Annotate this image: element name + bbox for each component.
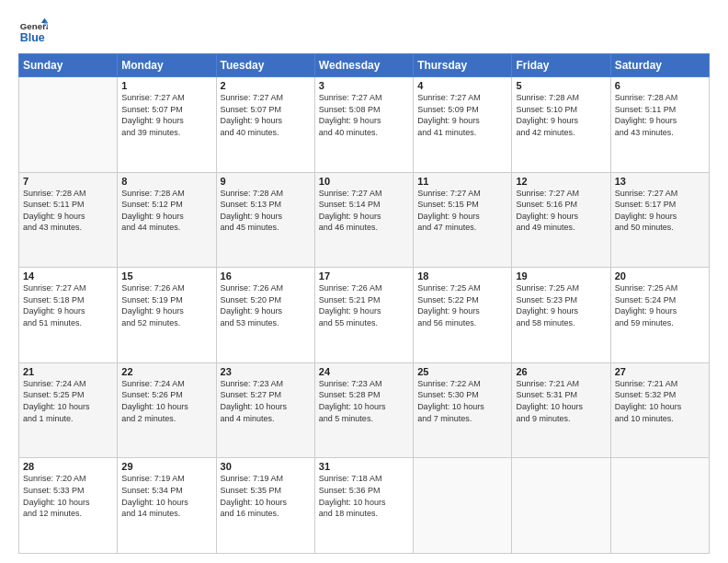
weekday-header-saturday: Saturday bbox=[610, 54, 709, 77]
day-number: 25 bbox=[417, 366, 507, 377]
calendar-cell: 10Sunrise: 7:27 AM Sunset: 5:14 PM Dayli… bbox=[314, 172, 413, 268]
day-number: 9 bbox=[221, 176, 311, 187]
calendar-cell: 24Sunrise: 7:23 AM Sunset: 5:28 PM Dayli… bbox=[314, 362, 413, 458]
day-number: 23 bbox=[221, 366, 311, 377]
day-number: 12 bbox=[516, 176, 606, 187]
calendar-cell: 31Sunrise: 7:18 AM Sunset: 5:36 PM Dayli… bbox=[314, 458, 413, 554]
calendar-cell: 22Sunrise: 7:24 AM Sunset: 5:26 PM Dayli… bbox=[118, 362, 216, 458]
calendar-week-row: 21Sunrise: 7:24 AM Sunset: 5:25 PM Dayli… bbox=[19, 362, 710, 458]
day-number: 21 bbox=[23, 366, 113, 377]
calendar-cell: 29Sunrise: 7:19 AM Sunset: 5:34 PM Dayli… bbox=[118, 458, 216, 554]
calendar-cell: 20Sunrise: 7:25 AM Sunset: 5:24 PM Dayli… bbox=[610, 268, 709, 363]
day-number: 8 bbox=[121, 176, 211, 187]
calendar-cell: 5Sunrise: 7:28 AM Sunset: 5:10 PM Daylig… bbox=[512, 77, 610, 173]
svg-text:Blue: Blue bbox=[20, 31, 45, 44]
day-info: Sunrise: 7:28 AM Sunset: 5:11 PM Dayligh… bbox=[615, 92, 705, 138]
logo-icon: General Blue bbox=[18, 17, 48, 46]
day-number: 16 bbox=[221, 270, 311, 282]
day-info: Sunrise: 7:27 AM Sunset: 5:14 PM Dayligh… bbox=[319, 188, 409, 234]
weekday-header-thursday: Thursday bbox=[414, 54, 512, 77]
calendar-cell: 17Sunrise: 7:26 AM Sunset: 5:21 PM Dayli… bbox=[314, 268, 413, 363]
calendar-cell: 25Sunrise: 7:22 AM Sunset: 5:30 PM Dayli… bbox=[414, 362, 512, 458]
day-info: Sunrise: 7:28 AM Sunset: 5:12 PM Dayligh… bbox=[121, 188, 211, 234]
weekday-header-row: SundayMondayTuesdayWednesdayThursdayFrid… bbox=[19, 54, 710, 77]
day-number: 24 bbox=[319, 366, 409, 377]
day-info: Sunrise: 7:25 AM Sunset: 5:23 PM Dayligh… bbox=[516, 282, 606, 328]
calendar-week-row: 28Sunrise: 7:20 AM Sunset: 5:33 PM Dayli… bbox=[19, 458, 710, 554]
calendar-cell: 6Sunrise: 7:28 AM Sunset: 5:11 PM Daylig… bbox=[610, 77, 709, 173]
day-number: 11 bbox=[417, 176, 507, 187]
weekday-header-friday: Friday bbox=[512, 54, 610, 77]
page: General Blue SundayMondayTuesdayWednesda… bbox=[0, 0, 728, 563]
calendar-cell: 27Sunrise: 7:21 AM Sunset: 5:32 PM Dayli… bbox=[610, 362, 709, 458]
day-number: 14 bbox=[23, 270, 113, 282]
day-info: Sunrise: 7:26 AM Sunset: 5:21 PM Dayligh… bbox=[319, 282, 409, 328]
day-info: Sunrise: 7:27 AM Sunset: 5:08 PM Dayligh… bbox=[319, 92, 409, 138]
calendar-cell: 30Sunrise: 7:19 AM Sunset: 5:35 PM Dayli… bbox=[216, 458, 314, 554]
weekday-header-tuesday: Tuesday bbox=[216, 54, 314, 77]
day-info: Sunrise: 7:23 AM Sunset: 5:28 PM Dayligh… bbox=[319, 378, 409, 424]
day-info: Sunrise: 7:23 AM Sunset: 5:27 PM Dayligh… bbox=[221, 378, 311, 424]
day-info: Sunrise: 7:21 AM Sunset: 5:32 PM Dayligh… bbox=[615, 378, 705, 424]
calendar-cell bbox=[512, 458, 610, 554]
day-info: Sunrise: 7:19 AM Sunset: 5:35 PM Dayligh… bbox=[221, 473, 311, 519]
weekday-header-monday: Monday bbox=[118, 54, 216, 77]
day-info: Sunrise: 7:21 AM Sunset: 5:31 PM Dayligh… bbox=[516, 378, 606, 424]
day-number: 30 bbox=[221, 461, 311, 472]
calendar-cell: 9Sunrise: 7:28 AM Sunset: 5:13 PM Daylig… bbox=[216, 172, 314, 268]
day-info: Sunrise: 7:27 AM Sunset: 5:17 PM Dayligh… bbox=[615, 188, 705, 234]
day-number: 18 bbox=[417, 270, 507, 282]
day-info: Sunrise: 7:27 AM Sunset: 5:15 PM Dayligh… bbox=[417, 188, 507, 234]
calendar-cell: 19Sunrise: 7:25 AM Sunset: 5:23 PM Dayli… bbox=[512, 268, 610, 363]
calendar-cell: 11Sunrise: 7:27 AM Sunset: 5:15 PM Dayli… bbox=[414, 172, 512, 268]
day-number: 31 bbox=[319, 461, 409, 472]
day-number: 2 bbox=[221, 80, 311, 91]
calendar-week-row: 7Sunrise: 7:28 AM Sunset: 5:11 PM Daylig… bbox=[19, 172, 710, 268]
day-number: 19 bbox=[516, 270, 606, 282]
calendar-cell: 14Sunrise: 7:27 AM Sunset: 5:18 PM Dayli… bbox=[19, 268, 118, 363]
day-number: 13 bbox=[615, 176, 705, 187]
day-number: 4 bbox=[417, 80, 507, 91]
day-info: Sunrise: 7:27 AM Sunset: 5:07 PM Dayligh… bbox=[121, 92, 211, 138]
day-number: 27 bbox=[615, 366, 705, 377]
calendar-cell: 28Sunrise: 7:20 AM Sunset: 5:33 PM Dayli… bbox=[19, 458, 118, 554]
day-info: Sunrise: 7:27 AM Sunset: 5:18 PM Dayligh… bbox=[23, 282, 113, 328]
calendar-week-row: 14Sunrise: 7:27 AM Sunset: 5:18 PM Dayli… bbox=[19, 268, 710, 363]
calendar-cell: 1Sunrise: 7:27 AM Sunset: 5:07 PM Daylig… bbox=[118, 77, 216, 173]
day-info: Sunrise: 7:24 AM Sunset: 5:25 PM Dayligh… bbox=[23, 378, 113, 424]
header: General Blue bbox=[18, 17, 710, 46]
calendar-cell: 23Sunrise: 7:23 AM Sunset: 5:27 PM Dayli… bbox=[216, 362, 314, 458]
day-info: Sunrise: 7:27 AM Sunset: 5:09 PM Dayligh… bbox=[417, 92, 507, 138]
day-number: 5 bbox=[516, 80, 606, 91]
day-number: 29 bbox=[121, 461, 211, 472]
day-number: 7 bbox=[23, 176, 113, 187]
calendar-table: SundayMondayTuesdayWednesdayThursdayFrid… bbox=[18, 53, 710, 554]
day-info: Sunrise: 7:24 AM Sunset: 5:26 PM Dayligh… bbox=[121, 378, 211, 424]
calendar-cell: 3Sunrise: 7:27 AM Sunset: 5:08 PM Daylig… bbox=[314, 77, 413, 173]
calendar-cell bbox=[610, 458, 709, 554]
calendar-cell: 2Sunrise: 7:27 AM Sunset: 5:07 PM Daylig… bbox=[216, 77, 314, 173]
calendar-cell: 15Sunrise: 7:26 AM Sunset: 5:19 PM Dayli… bbox=[118, 268, 216, 363]
day-info: Sunrise: 7:19 AM Sunset: 5:34 PM Dayligh… bbox=[121, 473, 211, 519]
day-number: 6 bbox=[615, 80, 705, 91]
calendar-cell: 16Sunrise: 7:26 AM Sunset: 5:20 PM Dayli… bbox=[216, 268, 314, 363]
day-number: 26 bbox=[516, 366, 606, 377]
calendar-cell: 26Sunrise: 7:21 AM Sunset: 5:31 PM Dayli… bbox=[512, 362, 610, 458]
calendar-cell bbox=[19, 77, 118, 173]
day-info: Sunrise: 7:26 AM Sunset: 5:20 PM Dayligh… bbox=[221, 282, 311, 328]
day-number: 20 bbox=[615, 270, 705, 282]
day-number: 3 bbox=[319, 80, 409, 91]
day-info: Sunrise: 7:25 AM Sunset: 5:24 PM Dayligh… bbox=[615, 282, 705, 328]
day-number: 28 bbox=[23, 461, 113, 472]
day-number: 15 bbox=[121, 270, 211, 282]
calendar-cell: 8Sunrise: 7:28 AM Sunset: 5:12 PM Daylig… bbox=[118, 172, 216, 268]
calendar-cell: 12Sunrise: 7:27 AM Sunset: 5:16 PM Dayli… bbox=[512, 172, 610, 268]
calendar-week-row: 1Sunrise: 7:27 AM Sunset: 5:07 PM Daylig… bbox=[19, 77, 710, 173]
calendar-cell bbox=[414, 458, 512, 554]
day-info: Sunrise: 7:28 AM Sunset: 5:13 PM Dayligh… bbox=[221, 188, 311, 234]
calendar-cell: 4Sunrise: 7:27 AM Sunset: 5:09 PM Daylig… bbox=[414, 77, 512, 173]
calendar-cell: 13Sunrise: 7:27 AM Sunset: 5:17 PM Dayli… bbox=[610, 172, 709, 268]
weekday-header-wednesday: Wednesday bbox=[314, 54, 413, 77]
day-info: Sunrise: 7:18 AM Sunset: 5:36 PM Dayligh… bbox=[319, 473, 409, 519]
day-number: 17 bbox=[319, 270, 409, 282]
